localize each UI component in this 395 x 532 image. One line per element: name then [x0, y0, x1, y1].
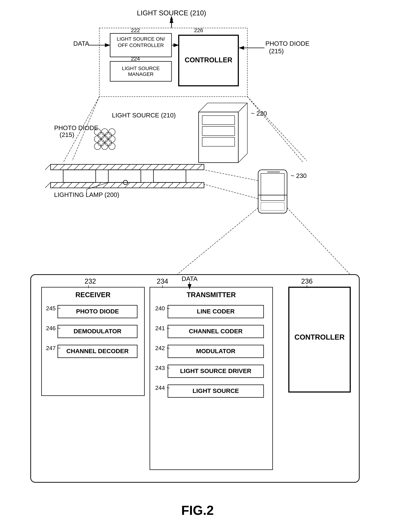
svg-text:232: 232 [84, 277, 96, 285]
svg-line-55 [74, 164, 79, 170]
svg-point-28 [94, 143, 101, 150]
svg-line-66 [154, 164, 159, 170]
svg-point-37 [105, 132, 112, 139]
svg-text:224: 224 [131, 56, 140, 62]
light-source-top-label: LIGHT SOURCE (210) [137, 9, 206, 17]
svg-point-36 [98, 139, 104, 146]
svg-text:LIGHT SOURCE ON/: LIGHT SOURCE ON/ [117, 36, 165, 42]
svg-line-95 [197, 183, 202, 188]
svg-rect-41 [202, 127, 235, 135]
svg-line-46 [238, 103, 247, 112]
svg-line-53 [60, 164, 65, 170]
svg-line-92 [175, 183, 181, 188]
svg-text:LIGHT SOURCE (210): LIGHT SOURCE (210) [112, 112, 176, 119]
svg-rect-96 [63, 170, 96, 183]
svg-text:MODULATOR: MODULATOR [196, 348, 236, 355]
svg-line-47 [238, 154, 247, 163]
svg-line-57 [88, 164, 94, 170]
svg-line-153 [247, 97, 307, 161]
svg-line-22 [247, 97, 303, 163]
svg-text:LIGHT SOURCE: LIGHT SOURCE [122, 66, 160, 71]
svg-line-61 [117, 164, 123, 170]
svg-line-77 [67, 183, 72, 188]
svg-line-54 [67, 164, 72, 170]
svg-line-87 [139, 183, 144, 188]
svg-rect-42 [202, 137, 235, 146]
svg-line-79 [81, 183, 87, 188]
svg-text:226: 226 [194, 27, 203, 33]
svg-text:246 ~: 246 ~ [46, 325, 61, 332]
svg-text:~ 220: ~ 220 [251, 110, 267, 117]
svg-line-91 [168, 183, 173, 188]
svg-text:DEMODULATOR: DEMODULATOR [73, 328, 121, 335]
svg-text:DATA: DATA [182, 275, 198, 282]
svg-text:222: 222 [131, 27, 140, 33]
svg-line-63 [132, 164, 137, 170]
svg-line-51 [45, 164, 50, 170]
svg-text:CHANNEL DECODER: CHANNEL DECODER [66, 348, 129, 355]
svg-rect-98 [154, 170, 186, 183]
svg-text:234: 234 [157, 277, 168, 285]
svg-text:CHANNEL CODER: CHANNEL CODER [189, 328, 243, 335]
svg-text:TRANSMITTER: TRANSMITTER [187, 291, 236, 299]
svg-text:PHOTO DIODE: PHOTO DIODE [54, 124, 98, 131]
svg-text:RECEIVER: RECEIVER [76, 291, 110, 299]
svg-line-68 [168, 164, 173, 170]
svg-line-93 [182, 183, 188, 188]
svg-line-52 [52, 164, 58, 170]
svg-text:FIG.2: FIG.2 [181, 503, 214, 518]
svg-line-64 [139, 164, 144, 170]
svg-line-78 [74, 183, 79, 188]
svg-rect-111 [31, 275, 359, 482]
svg-point-35 [98, 132, 104, 139]
svg-text:~ 230: ~ 230 [291, 172, 307, 179]
svg-rect-103 [258, 170, 287, 213]
svg-rect-104 [261, 173, 284, 200]
svg-line-86 [132, 183, 137, 188]
svg-line-75 [52, 183, 58, 188]
svg-text:CONTROLLER: CONTROLLER [294, 333, 345, 341]
svg-line-60 [110, 164, 115, 170]
svg-line-89 [154, 183, 159, 188]
svg-text:LINE CODER: LINE CODER [197, 308, 235, 315]
svg-text:(215): (215) [60, 131, 74, 138]
svg-point-31 [101, 143, 108, 150]
svg-line-65 [146, 164, 152, 170]
svg-rect-40 [202, 116, 235, 125]
svg-line-59 [103, 164, 108, 170]
svg-line-154 [177, 208, 258, 275]
svg-line-71 [190, 164, 195, 170]
svg-line-80 [88, 183, 94, 188]
svg-point-32 [109, 129, 115, 135]
svg-point-33 [109, 136, 115, 142]
svg-marker-157 [170, 16, 173, 20]
svg-line-84 [117, 183, 123, 188]
svg-point-30 [101, 136, 108, 142]
svg-text:MANAGER: MANAGER [128, 71, 154, 77]
svg-text:236: 236 [301, 277, 313, 285]
svg-text:LIGHT SOURCE: LIGHT SOURCE [193, 387, 239, 394]
svg-text:PHOTO DIODE: PHOTO DIODE [265, 40, 309, 47]
svg-rect-114 [42, 287, 144, 396]
svg-line-90 [161, 183, 166, 188]
svg-line-72 [197, 164, 202, 170]
svg-line-43 [199, 103, 208, 112]
svg-point-29 [101, 129, 108, 135]
diagram-container: LIGHT SOURCE (210) LIGHT SOURCE ON/ OFF … [0, 0, 395, 532]
svg-rect-105 [261, 202, 284, 211]
svg-line-67 [161, 164, 166, 170]
svg-line-70 [182, 164, 188, 170]
svg-point-38 [105, 139, 112, 146]
svg-point-27 [94, 136, 101, 142]
svg-line-109 [204, 184, 258, 199]
svg-text:PHOTO DIODE: PHOTO DIODE [76, 308, 119, 315]
svg-text:245 ~: 245 ~ [46, 305, 61, 312]
svg-line-62 [125, 164, 130, 170]
svg-text:OFF CONTROLLER: OFF CONTROLLER [118, 42, 164, 48]
svg-text:247 ~: 247 ~ [46, 345, 61, 351]
svg-line-88 [146, 183, 152, 188]
svg-line-155 [287, 208, 350, 275]
svg-line-83 [110, 183, 115, 188]
svg-line-69 [175, 164, 181, 170]
svg-line-58 [96, 164, 101, 170]
